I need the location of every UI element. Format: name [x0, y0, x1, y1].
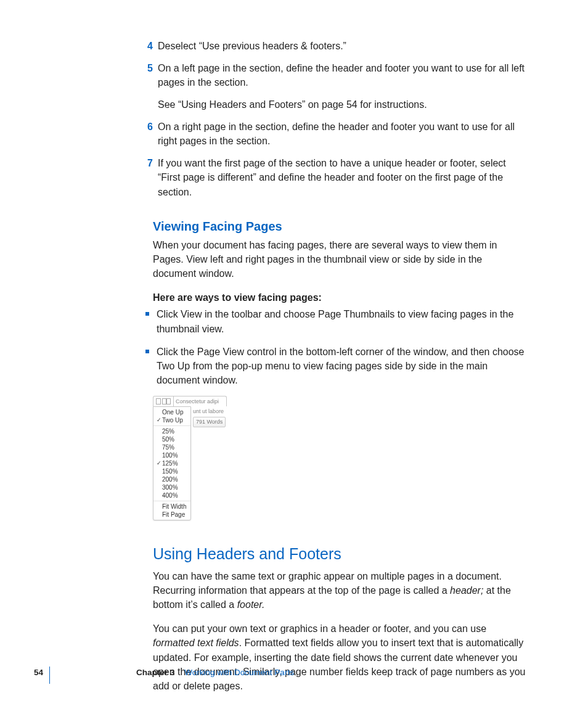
popup-item-75[interactable]: 75% — [153, 443, 190, 451]
heading-using-headers-and-footers: Using Headers and Footers — [153, 543, 526, 565]
chapter-label: Chapter 3 — [136, 667, 174, 679]
popup-item-fit-page[interactable]: Fit Page — [153, 511, 190, 519]
popup-group-fit: Fit Width Fit Page — [153, 501, 190, 520]
italic-term-footer: footer. — [237, 599, 265, 610]
text-span: You can put your own text or graphics in… — [153, 623, 486, 634]
popup-item-400[interactable]: 400% — [153, 491, 190, 499]
step-number: 6 — [141, 120, 153, 148]
step-text-span: On a left page in the section, define th… — [158, 63, 525, 88]
viewing-intro-paragraph: When your document has facing pages, the… — [153, 238, 526, 281]
doc-sample-text: Consectetur adipi — [173, 396, 226, 406]
popup-item-two-up[interactable]: ✓ Two Up — [153, 416, 190, 424]
step-text: On a left page in the section, define th… — [153, 61, 526, 112]
headers-paragraph-1: You can have the same text or graphic ap… — [153, 569, 526, 612]
doc-sample-text-2: unt ut labore — [193, 406, 227, 417]
popup-item-300[interactable]: 300% — [153, 483, 190, 491]
one-up-icon — [156, 398, 161, 404]
step-text: On a right page in the section, define t… — [153, 120, 526, 148]
popup-item-150[interactable]: 150% — [153, 467, 190, 475]
step-text: Deselect “Use previous headers & footers… — [153, 39, 526, 53]
facing-pages-bullets: Click View in the toolbar and choose Pag… — [153, 307, 526, 387]
popup-label: 400% — [162, 491, 188, 501]
italic-term-fields: formatted text fields — [153, 638, 239, 648]
step-4: 4 Deselect “Use previous headers & foote… — [153, 39, 526, 53]
square-bullet-icon — [145, 311, 153, 335]
bullets-intro: Here are ways to view facing pages: — [153, 290, 526, 305]
popup-item-50[interactable]: 50% — [153, 435, 190, 443]
popup-item-fit-width[interactable]: Fit Width — [153, 503, 190, 511]
square-bullet-icon — [145, 348, 153, 388]
bullet-item: Click View in the toolbar and choose Pag… — [153, 307, 526, 335]
step-number: 5 — [141, 61, 153, 112]
step-6: 6 On a right page in the section, define… — [153, 120, 526, 148]
italic-term-header: header; — [450, 585, 483, 596]
headers-paragraph-2: You can put your own text or graphics in… — [153, 622, 526, 693]
step-5: 5 On a left page in the section, define … — [153, 61, 526, 112]
chapter-title: Working with Document Parts — [184, 667, 294, 679]
step-text: If you want the first page of the sectio… — [153, 156, 526, 199]
step-7: 7 If you want the first page of the sect… — [153, 156, 526, 199]
check-icon: ✓ — [156, 416, 162, 424]
two-up-icon — [162, 398, 171, 404]
page-number: 54 — [34, 667, 43, 679]
popup-item-one-up[interactable]: One Up — [153, 408, 190, 416]
step-subtext: See “Using Headers and Footers” on page … — [158, 97, 526, 112]
subheading-viewing-facing-pages: Viewing Facing Pages — [153, 218, 526, 236]
step-number: 7 — [141, 156, 153, 199]
check-icon: ✓ — [156, 459, 162, 467]
popup-top-bar: Consectetur adipi — [153, 396, 227, 406]
popup-item-200[interactable]: 200% — [153, 475, 190, 483]
popup-label: Fit Page — [162, 511, 188, 520]
footer-divider-icon — [49, 667, 50, 684]
step-number: 4 — [141, 39, 153, 53]
popup-item-25[interactable]: 25% — [153, 427, 190, 435]
bullet-text: Click the Page View control in the botto… — [153, 345, 526, 388]
popup-item-100[interactable]: 100% — [153, 451, 190, 459]
popup-group-view: One Up ✓ Two Up — [153, 407, 190, 425]
popup-label: Two Up — [162, 416, 188, 425]
popup-side-area: unt ut labore 791 Words — [191, 406, 227, 520]
popup-item-125[interactable]: ✓125% — [153, 459, 190, 467]
page-view-popup-menu[interactable]: One Up ✓ Two Up 25% 50% 75% 100% ✓125% 1… — [153, 406, 191, 520]
numbered-steps: 4 Deselect “Use previous headers & foote… — [153, 39, 526, 199]
bullet-item: Click the Page View control in the botto… — [153, 345, 526, 388]
bullet-text: Click View in the toolbar and choose Pag… — [153, 307, 526, 335]
popup-group-zoom: 25% 50% 75% 100% ✓125% 150% 200% 300% 40… — [153, 425, 190, 501]
page-view-popup-illustration: Consectetur adipi One Up ✓ Two Up 25% 50… — [153, 396, 227, 520]
page-footer: 54 Chapter 3 Working with Document Parts — [34, 664, 294, 681]
word-count-badge: 791 Words — [193, 417, 226, 427]
page-view-icons — [153, 396, 173, 406]
